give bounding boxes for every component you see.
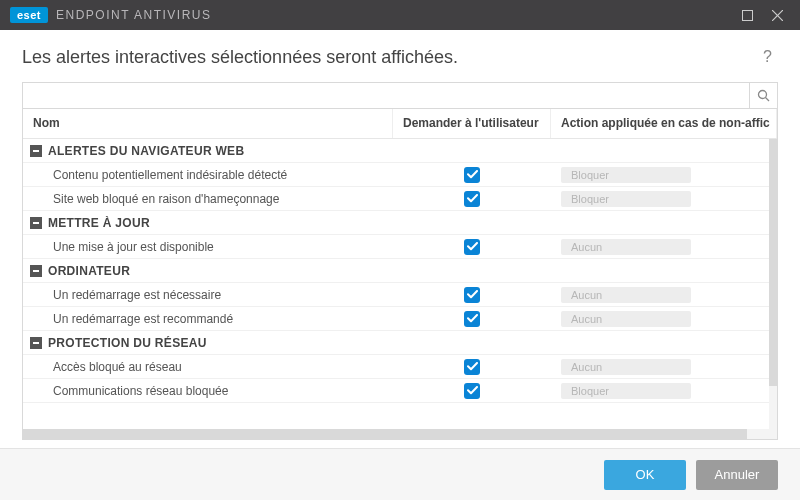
horizontal-scrollbar[interactable] <box>23 429 777 439</box>
ask-user-checkbox[interactable] <box>464 359 480 375</box>
help-button[interactable]: ? <box>757 44 778 70</box>
svg-point-3 <box>759 91 767 99</box>
action-select[interactable]: Aucun <box>561 239 691 255</box>
alert-name: Accès bloqué au réseau <box>23 360 393 374</box>
alert-name: Communications réseau bloquée <box>23 384 393 398</box>
collapse-icon[interactable] <box>30 217 42 229</box>
ask-user-checkbox[interactable] <box>464 191 480 207</box>
collapse-icon[interactable] <box>30 145 42 157</box>
close-button[interactable] <box>762 0 792 30</box>
collapse-icon[interactable] <box>30 337 42 349</box>
group-row[interactable]: METTRE À JOUR <box>23 211 777 235</box>
table-row: Accès bloqué au réseauAucun <box>23 355 777 379</box>
table-body: ALERTES DU NAVIGATEUR WEBContenu potenti… <box>23 139 777 429</box>
table-row: Site web bloqué en raison d'hameçonnageB… <box>23 187 777 211</box>
ask-user-checkbox[interactable] <box>464 167 480 183</box>
alert-name: Site web bloqué en raison d'hameçonnage <box>23 192 393 206</box>
cancel-button[interactable]: Annuler <box>696 460 778 490</box>
table-row: Contenu potentiellement indésirable déte… <box>23 163 777 187</box>
action-select[interactable]: Aucun <box>561 359 691 375</box>
alert-name: Un redémarrage est nécessaire <box>23 288 393 302</box>
group-label: METTRE À JOUR <box>48 216 150 230</box>
dialog-footer: OK Annuler <box>0 448 800 500</box>
maximize-button[interactable] <box>732 0 762 30</box>
table-row: Une mise à jour est disponibleAucun <box>23 235 777 259</box>
action-select[interactable]: Bloquer <box>561 191 691 207</box>
search-bar <box>22 82 778 108</box>
product-name: ENDPOINT ANTIVIRUS <box>56 8 211 22</box>
titlebar: eset ENDPOINT ANTIVIRUS <box>0 0 800 30</box>
table-row: Un redémarrage est nécessaireAucun <box>23 283 777 307</box>
group-row[interactable]: ALERTES DU NAVIGATEUR WEB <box>23 139 777 163</box>
svg-line-4 <box>766 98 770 102</box>
ok-button[interactable]: OK <box>604 460 686 490</box>
alerts-table: Nom Demander à l'utilisateur Action appl… <box>22 108 778 440</box>
collapse-icon[interactable] <box>30 265 42 277</box>
group-row[interactable]: ORDINATEUR <box>23 259 777 283</box>
alert-name: Une mise à jour est disponible <box>23 240 393 254</box>
table-row: Un redémarrage est recommandéAucun <box>23 307 777 331</box>
vertical-scrollbar[interactable] <box>769 139 777 429</box>
ask-user-checkbox[interactable] <box>464 239 480 255</box>
ask-user-checkbox[interactable] <box>464 287 480 303</box>
column-header-name[interactable]: Nom <box>23 109 393 138</box>
svg-rect-0 <box>742 10 752 20</box>
action-select[interactable]: Bloquer <box>561 167 691 183</box>
group-row[interactable]: PROTECTION DU RÉSEAU <box>23 331 777 355</box>
action-select[interactable]: Aucun <box>561 287 691 303</box>
search-icon[interactable] <box>749 83 777 108</box>
action-select[interactable]: Bloquer <box>561 383 691 399</box>
dialog-header: Les alertes interactives sélectionnées s… <box>0 30 800 82</box>
search-input[interactable] <box>23 83 749 108</box>
alert-name: Contenu potentiellement indésirable déte… <box>23 168 393 182</box>
column-header-action[interactable]: Action appliquée en cas de non-affic <box>551 109 777 138</box>
group-label: ORDINATEUR <box>48 264 130 278</box>
brand-logo: eset <box>10 7 48 23</box>
column-header-ask[interactable]: Demander à l'utilisateur <box>393 109 551 138</box>
page-title: Les alertes interactives sélectionnées s… <box>22 47 458 68</box>
ask-user-checkbox[interactable] <box>464 311 480 327</box>
ask-user-checkbox[interactable] <box>464 383 480 399</box>
group-label: ALERTES DU NAVIGATEUR WEB <box>48 144 244 158</box>
content-area: Nom Demander à l'utilisateur Action appl… <box>0 82 800 448</box>
group-label: PROTECTION DU RÉSEAU <box>48 336 207 350</box>
table-row: Communications réseau bloquéeBloquer <box>23 379 777 403</box>
alert-name: Un redémarrage est recommandé <box>23 312 393 326</box>
table-header: Nom Demander à l'utilisateur Action appl… <box>23 109 777 139</box>
action-select[interactable]: Aucun <box>561 311 691 327</box>
